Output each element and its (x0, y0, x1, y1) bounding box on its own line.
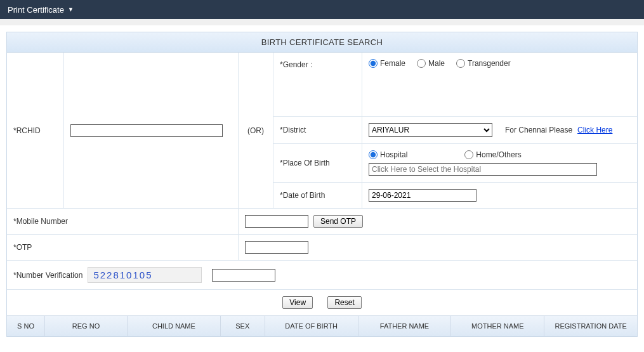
action-row: View Reset (7, 290, 637, 316)
reset-button[interactable]: Reset (327, 296, 361, 309)
th-dob: DATE OF BIRTH (265, 316, 358, 336)
rchid-label: *RCHID (7, 53, 64, 208)
gender-label: *Gender : (273, 53, 362, 116)
gender-cell: Female Male Transgender (362, 53, 637, 116)
hospital-input[interactable] (369, 163, 597, 176)
pob-label: *Place Of Birth (273, 144, 362, 182)
otp-cell (239, 235, 637, 260)
pob-hospital-radio[interactable] (369, 150, 378, 159)
gender-male-option[interactable]: Male (417, 59, 445, 68)
pob-home-radio[interactable] (464, 150, 473, 159)
pob-hospital-option[interactable]: Hospital (369, 150, 407, 159)
otp-input[interactable] (245, 241, 308, 254)
gender-trans-radio[interactable] (456, 59, 465, 68)
district-label: *District (273, 117, 362, 143)
gender-male-radio[interactable] (417, 59, 426, 68)
chennai-link[interactable]: Click Here (577, 126, 612, 134)
th-sno: S NO (7, 316, 45, 336)
send-otp-button[interactable]: Send OTP (313, 215, 363, 228)
search-panel: BIRTH CERTIFICATE SEARCH *RCHID (OR) *Ge… (6, 32, 638, 337)
nv-label: *Number Verification (13, 271, 82, 280)
right-criteria-stack: *Gender : Female Male (273, 53, 637, 208)
rchid-input[interactable] (70, 124, 223, 137)
mobile-input[interactable] (245, 215, 308, 228)
or-label: (OR) (239, 53, 273, 208)
gender-female-radio[interactable] (369, 59, 378, 68)
th-sex: SEX (221, 316, 265, 336)
gender-female-option[interactable]: Female (369, 59, 405, 68)
results-table-header: S NO REG NO CHILD NAME SEX DATE OF BIRTH… (7, 316, 637, 336)
th-child: CHILD NAME (128, 316, 221, 336)
district-select[interactable]: ARIYALUR (369, 123, 492, 137)
dob-input[interactable] (369, 189, 476, 202)
th-regdate: REGISTRATION DATE (544, 316, 637, 336)
th-mother: MOTHER NAME (451, 316, 544, 336)
top-navbar: Print Certificate ▼ (0, 0, 644, 19)
th-father: FATHER NAME (358, 316, 452, 336)
th-regno: REG NO (45, 316, 128, 336)
print-certificate-menu[interactable]: Print Certificate ▼ (8, 5, 74, 15)
nv-input[interactable] (212, 269, 275, 282)
mobile-label: *Mobile Number (7, 209, 239, 234)
spacer (0, 19, 644, 25)
panel-title: BIRTH CERTIFICATE SEARCH (7, 32, 637, 53)
dob-cell (362, 183, 637, 208)
dob-label: *Date of Birth (273, 183, 362, 208)
print-certificate-label: Print Certificate (8, 5, 64, 15)
pob-home-option[interactable]: Home/Others (464, 150, 521, 159)
gender-trans-option[interactable]: Transgender (456, 59, 511, 68)
nv-cell: *Number Verification 522810105 (7, 261, 637, 289)
chevron-down-icon: ▼ (68, 6, 74, 13)
district-cell: ARIYALUR For Chennai Please Click Here (362, 117, 637, 143)
pob-cell: Hospital Home/Others (362, 144, 637, 182)
nv-code-display: 522810105 (88, 267, 202, 283)
mobile-cell: Send OTP (239, 209, 637, 234)
rchid-cell (64, 53, 239, 208)
chennai-note: For Chennai Please (505, 126, 572, 134)
otp-label: *OTP (7, 235, 239, 260)
view-button[interactable]: View (282, 296, 313, 309)
